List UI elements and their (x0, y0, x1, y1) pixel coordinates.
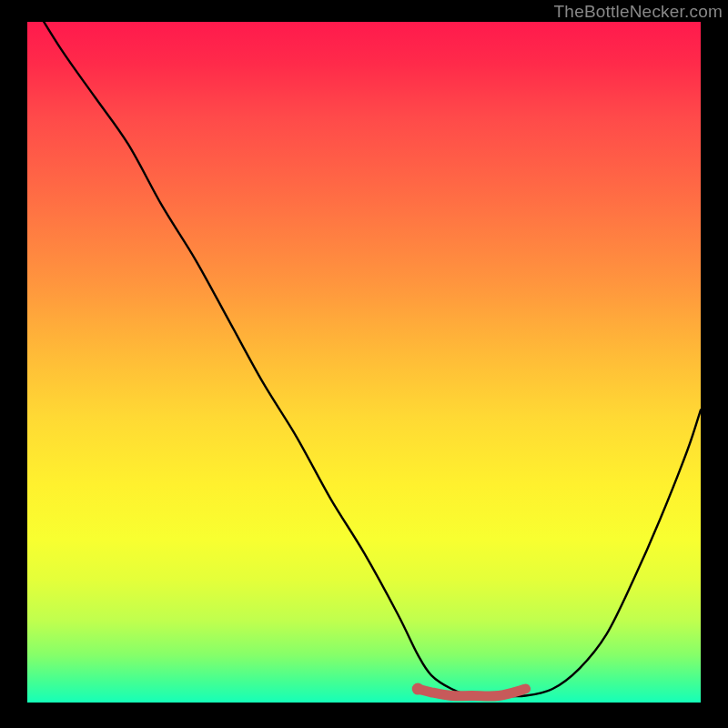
chart-frame: TheBottleNecker.com (0, 0, 728, 728)
highlight-dot (412, 683, 424, 695)
watermark-text: TheBottleNecker.com (554, 2, 723, 22)
chart-svg (27, 22, 701, 703)
bottleneck-curve (27, 22, 701, 696)
plot-area (27, 22, 701, 703)
highlight-band (418, 689, 525, 696)
